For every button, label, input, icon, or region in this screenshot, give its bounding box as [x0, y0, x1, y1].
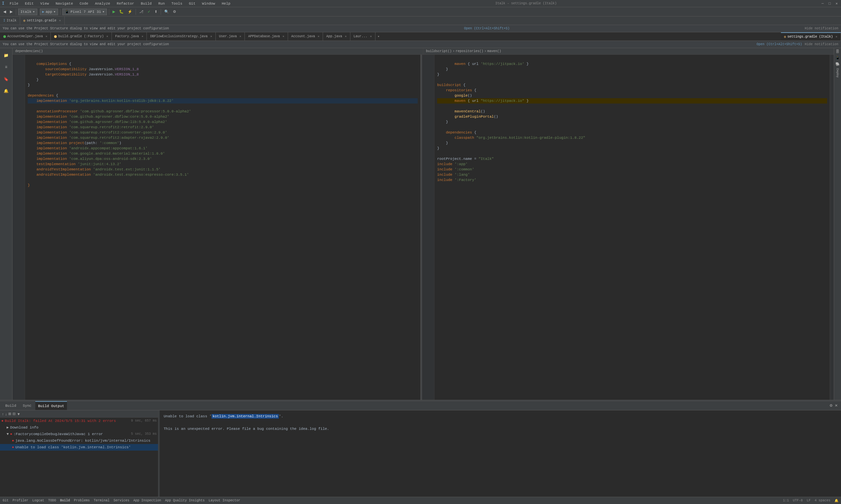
menu-item-analyze[interactable]: Analyze: [94, 1, 111, 6]
panel-tab-build-output-label: Build Output: [38, 404, 64, 408]
tab-close-laur[interactable]: ✕: [370, 35, 372, 38]
terminal-btn[interactable]: Terminal: [94, 499, 109, 502]
panel-tab-build-output[interactable]: Build Output: [35, 401, 67, 410]
notifications-icon[interactable]: 🔔: [2, 86, 11, 95]
logcat-btn[interactable]: Logcat: [32, 499, 44, 502]
device-dropdown[interactable]: 📱 Pixel 7 API 31 ▾: [62, 8, 107, 15]
menu-item-git[interactable]: Git: [188, 1, 197, 6]
tab-dbflow[interactable]: DBFlowExclusionsStrategy.java ✕: [147, 32, 216, 40]
menu-item-run[interactable]: Run: [157, 1, 166, 6]
notification-action-open-right[interactable]: Open (Ctrl+Alt+Shift+S): [757, 42, 802, 46]
tab-settings-gradle-right[interactable]: ⚙ settings.gradle (Italk) ✕: [781, 32, 841, 40]
menu-item-navigate[interactable]: Navigate: [54, 1, 74, 6]
profiler-btn[interactable]: Profiler: [13, 499, 28, 502]
close-btn[interactable]: ✕: [836, 2, 838, 5]
tab-accounthelper[interactable]: AccountHelper.java ✕: [0, 32, 51, 40]
checkmark-btn[interactable]: ✓: [146, 9, 152, 15]
menu-item-build[interactable]: Build: [140, 1, 153, 6]
tab-close-settings[interactable]: ✕: [59, 19, 61, 22]
forward-btn[interactable]: ▶: [8, 9, 14, 15]
services-btn[interactable]: Services: [114, 499, 129, 502]
git-btn[interactable]: ⎇: [138, 9, 145, 15]
device-manager-icon[interactable]: 📱: [836, 56, 840, 60]
tab-italk[interactable]: I Italk: [0, 17, 20, 25]
panel-tab-sync[interactable]: Sync: [20, 401, 34, 410]
build-tree-unable-load[interactable]: ● Unable to load class 'kotlin.jvm.inter…: [0, 444, 158, 451]
menu-item-refactor[interactable]: Refactor: [116, 1, 136, 6]
menu-item-window[interactable]: Window: [201, 1, 217, 6]
tab-close-account[interactable]: ✕: [318, 35, 320, 38]
tab-appdatabase[interactable]: APPDatabase.java ✕: [245, 32, 288, 40]
menu-item-view[interactable]: View: [39, 1, 50, 6]
editor-right[interactable]: ⚠: [422, 55, 830, 400]
menu-item-edit[interactable]: Edit: [24, 1, 35, 6]
minimize-btn[interactable]: ─: [822, 2, 824, 5]
commit-btn[interactable]: ⬆: [153, 9, 159, 15]
maximize-btn[interactable]: □: [828, 2, 831, 5]
back-btn[interactable]: ◀: [2, 9, 7, 15]
app-quality-btn[interactable]: App Quality Insights: [165, 499, 205, 502]
debug-btn[interactable]: 🐛: [118, 9, 125, 15]
run-btn[interactable]: ▶: [111, 9, 117, 15]
code-line: }: [28, 78, 39, 82]
notifications-icon-status[interactable]: 🔔: [835, 499, 838, 503]
deploy-icon[interactable]: Deploy: [836, 68, 840, 77]
git-btn[interactable]: Git: [3, 499, 8, 502]
tab-user[interactable]: User.java ✕: [216, 32, 245, 40]
code-content-left[interactable]: compileOptions { sourceCompatibility Jav…: [25, 55, 420, 400]
bookmarks-icon[interactable]: 🔖: [2, 74, 11, 84]
build-filter-btn[interactable]: ▼: [16, 411, 21, 417]
tab-laur[interactable]: Laur... ✕: [350, 32, 376, 40]
module-dropdown[interactable]: ▶ app ▾: [40, 8, 58, 15]
notification-action-hide-right[interactable]: Hide notification: [805, 42, 838, 46]
layout-inspector-btn[interactable]: Layout Inspector: [208, 499, 240, 502]
gradle-icon[interactable]: 🐘: [836, 62, 840, 66]
build-tree-noclassdef[interactable]: ● java.lang.NoClassDefFoundError: kotlin…: [0, 437, 158, 444]
tab-close-accounthelper[interactable]: ✕: [46, 35, 47, 38]
problems-btn[interactable]: Problems: [74, 499, 90, 502]
menu-item-tools[interactable]: Tools: [170, 1, 184, 6]
search-btn[interactable]: 🔍: [163, 9, 170, 15]
tab-account[interactable]: Account.java ✕: [288, 32, 323, 40]
build-collapse-btn[interactable]: ⊟: [12, 411, 16, 417]
tab-buildgradle-factory[interactable]: build.gradle (:Factory) ✕: [51, 32, 111, 40]
editor-left[interactable]: compileOptions { sourceCompatibility Jav…: [13, 55, 420, 400]
code-line: }: [437, 146, 440, 150]
build-tree-root[interactable]: ● Build Italk: failed At 2024/5/5 15:31 …: [0, 418, 158, 424]
tab-close-factory[interactable]: ✕: [141, 35, 143, 38]
panel-tab-build[interactable]: Build: [3, 401, 19, 410]
tab-close-buildgradle[interactable]: ✕: [106, 35, 108, 38]
build-scroll-top-btn[interactable]: ↑: [1, 411, 5, 417]
project-dropdown[interactable]: Italk ▾: [18, 8, 37, 15]
tab-close-settings-right[interactable]: ✕: [836, 35, 837, 39]
menu-item-help[interactable]: Help: [220, 1, 231, 6]
menu-item-code[interactable]: Code: [78, 1, 89, 6]
code-content-right[interactable]: maven { url 'https://jitpack.io' } } } b…: [434, 55, 830, 400]
build-scroll-end-btn[interactable]: ↓: [5, 411, 8, 417]
tab-close-dbflow[interactable]: ✕: [210, 35, 212, 38]
panel-close-btn[interactable]: ✕: [834, 403, 838, 409]
tab-close-app[interactable]: ✕: [345, 35, 346, 38]
todo-btn[interactable]: TODO: [48, 499, 56, 502]
tab-factory-java[interactable]: Factory.java ✕: [112, 32, 147, 40]
tab-dot-accounthelper: [3, 35, 6, 38]
tab-close-appdatabase[interactable]: ✕: [282, 35, 284, 38]
tab-settings-gradle[interactable]: ⚙ settings.gradle ✕: [20, 17, 64, 25]
more-tabs-btn[interactable]: ▾: [377, 34, 380, 39]
panel-settings-btn[interactable]: ⚙: [829, 403, 834, 409]
database-icon[interactable]: 🗄: [836, 50, 839, 54]
app-inspection-btn[interactable]: App Inspection: [133, 499, 161, 502]
build-tree-download[interactable]: ▶ Download info: [0, 424, 158, 431]
project-icon[interactable]: 📁: [2, 51, 11, 60]
notification-action-hide[interactable]: Hide notification: [805, 27, 838, 30]
tab-close-user[interactable]: ✕: [240, 35, 241, 38]
build-btn-status[interactable]: Build: [60, 499, 70, 502]
profile-btn[interactable]: ⚡: [126, 9, 134, 15]
build-tree-factory-compile[interactable]: ▼ ● :FactorycompileDebugJavaWithJavac 1 …: [0, 431, 158, 437]
menu-item-file[interactable]: File: [8, 1, 19, 6]
notification-action-open[interactable]: Open (Ctrl+Alt+Shift+S): [464, 27, 510, 30]
tab-app[interactable]: App.java ✕: [323, 32, 350, 40]
build-expand-btn[interactable]: ⊞: [7, 411, 12, 417]
settings-btn[interactable]: ⚙: [172, 9, 177, 15]
structure-icon[interactable]: ≡: [2, 62, 11, 72]
